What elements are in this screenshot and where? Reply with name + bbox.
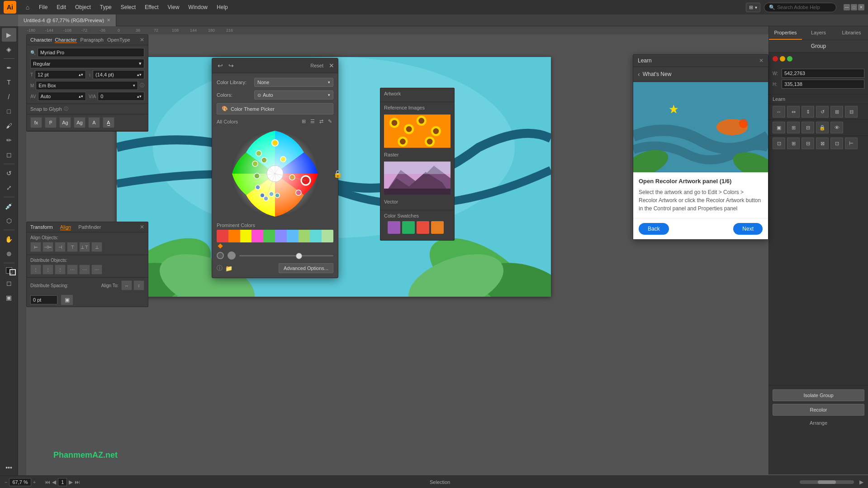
dist-center-v[interactable]: ⋯	[79, 265, 90, 275]
color-seg-8[interactable]	[310, 230, 322, 242]
ungroup-icon[interactable]: ⊟	[802, 122, 814, 133]
learn-nav-back-arrow[interactable]: ‹	[638, 71, 640, 78]
tab-paragraph[interactable]: Paragraph	[81, 37, 104, 43]
glyph-btn-6[interactable]: A̲	[103, 117, 114, 128]
font-name-input[interactable]: Myriad Pro	[38, 48, 144, 57]
zoom-tool[interactable]: ⊕	[2, 247, 16, 261]
group-icon[interactable]: ⊞	[787, 122, 800, 133]
transform-icon[interactable]: ⊞	[830, 106, 843, 118]
menu-type[interactable]: Type	[96, 2, 115, 12]
glyph-btn-5[interactable]: A	[88, 117, 100, 128]
home-icon[interactable]: ⌂	[22, 1, 33, 13]
align-right[interactable]: ⊣	[55, 242, 66, 252]
last-page-icon[interactable]: ⏭	[75, 479, 80, 485]
h-scrollbar[interactable]	[800, 480, 854, 484]
menu-effect[interactable]: Effect	[141, 2, 162, 12]
dist-bottom[interactable]: ⋯	[91, 265, 102, 275]
color-seg-6[interactable]	[287, 230, 299, 242]
slider-circle-btn-2[interactable]	[228, 251, 236, 260]
color-seg-7[interactable]	[299, 230, 310, 242]
tracking-input[interactable]: 0▴▾	[98, 92, 144, 101]
glyph-btn-1[interactable]: fx	[30, 117, 42, 128]
font-style-input[interactable]: Regular▾	[30, 59, 144, 68]
tab-properties[interactable]: Properties	[769, 26, 802, 40]
stroke-swatch[interactable]	[9, 269, 16, 275]
dist-right[interactable]: ⋮	[55, 265, 66, 275]
font-size-input[interactable]: 12 pt▴▾	[35, 70, 86, 79]
eyedropper-tool[interactable]: 💉	[2, 199, 16, 213]
more-tools[interactable]: •••	[2, 461, 16, 474]
learn-next-button[interactable]: Next	[733, 223, 763, 235]
tab-layers[interactable]: Layers	[802, 26, 835, 40]
tab-character[interactable]: Character	[55, 37, 76, 43]
line-tool[interactable]: /	[2, 90, 16, 104]
slider-circle-btn[interactable]	[217, 252, 224, 259]
align-tab[interactable]: Align	[60, 224, 71, 230]
close-button[interactable]: ✕	[858, 4, 864, 10]
redo-button[interactable]: ↪	[227, 61, 236, 70]
direct-selection-tool[interactable]: ◈	[2, 43, 16, 56]
advanced-options-button[interactable]: Advanced Options...	[279, 263, 333, 273]
dist-left[interactable]: ⋮	[30, 265, 41, 275]
width-field[interactable]: 542,2763	[782, 69, 864, 78]
screen-mode[interactable]: ▣	[2, 291, 16, 304]
color-seg-5[interactable]	[275, 230, 287, 242]
menu-object[interactable]: Object	[71, 2, 95, 12]
color-seg-9[interactable]	[322, 230, 333, 242]
prominent-colors-strip[interactable]	[217, 230, 333, 242]
prev-page-icon[interactable]: ◀	[52, 479, 56, 485]
distribute-icon[interactable]: ⊟	[845, 106, 858, 118]
type-tool[interactable]: T	[2, 76, 16, 89]
doc-tab-close[interactable]: ✕	[107, 18, 110, 23]
tab-opentype[interactable]: OpenType	[107, 37, 130, 43]
em-box-info[interactable]: ⓘ	[140, 82, 144, 89]
isolate-group-button[interactable]: Isolate Group	[773, 389, 864, 401]
extra-icon-1[interactable]: ⊡	[773, 137, 785, 149]
swatch-green[interactable]	[402, 221, 415, 234]
rotate-90-icon[interactable]: ↺	[816, 106, 829, 118]
learn-back-button[interactable]: Back	[639, 223, 669, 235]
pencil-tool[interactable]: ✏	[2, 133, 16, 147]
extra-icon-5[interactable]: ⊡	[830, 137, 843, 149]
expand-icon[interactable]: ▣	[773, 122, 785, 133]
rect-tool[interactable]: □	[2, 104, 16, 118]
page-number[interactable]: 1	[58, 478, 67, 486]
minimize-button[interactable]: —	[844, 4, 850, 10]
spacing-input[interactable]: 0 pt	[30, 295, 57, 304]
lock-obj-icon[interactable]: 🔒	[816, 122, 829, 133]
swatch-red[interactable]	[417, 221, 429, 234]
colors-dropdown[interactable]: ⊙ Auto ▾	[254, 90, 333, 99]
arrange-icon[interactable]: ↔	[773, 106, 785, 118]
extra-icon-3[interactable]: ⊟	[802, 137, 814, 149]
color-seg-2[interactable]	[240, 230, 252, 242]
pathfinder-tab[interactable]: Pathfinder	[78, 224, 101, 230]
glyph-btn-2[interactable]: f²	[45, 117, 57, 128]
flip-h-icon[interactable]: ⇔	[787, 106, 800, 118]
height-field[interactable]: 335,138	[782, 80, 864, 89]
align-left[interactable]: ⊢	[30, 242, 41, 252]
menu-help[interactable]: Help	[213, 2, 232, 12]
gradient-tool[interactable]: ⬡	[2, 214, 16, 227]
edit-icon[interactable]: ✎	[327, 118, 333, 125]
tab-libraries[interactable]: Libraries	[835, 26, 868, 40]
align-center-h[interactable]: ⊣⊢	[43, 242, 53, 252]
hide-icon[interactable]: 👁	[830, 122, 843, 133]
zoom-in-icon[interactable]: +	[33, 479, 36, 485]
search-box[interactable]: 🔍 Search Adobe Help	[764, 3, 836, 12]
swatch-purple[interactable]	[388, 221, 400, 234]
learn-label[interactable]: Learn	[773, 96, 785, 102]
zoom-out-icon[interactable]: −	[5, 479, 7, 485]
slider-thumb[interactable]	[296, 253, 302, 259]
color-wheel-container[interactable]: 🔒	[217, 128, 333, 219]
leading-input[interactable]: (14,4 pt)▴▾	[93, 70, 144, 79]
h-scrollbar-thumb[interactable]	[818, 480, 836, 484]
menu-window[interactable]: Window	[185, 2, 211, 12]
spacing-align-btn[interactable]: ▣	[61, 295, 73, 305]
rotate-tool[interactable]: ↺	[2, 166, 16, 180]
grid-view-icon[interactable]: ⊞	[300, 118, 307, 125]
next-page-icon[interactable]: ▶	[69, 479, 73, 485]
dist-center-h[interactable]: ⋮	[43, 265, 53, 275]
swatch-orange[interactable]	[431, 221, 444, 234]
scale-tool[interactable]: ⤢	[2, 181, 16, 194]
list-view-icon[interactable]: ☰	[309, 118, 316, 125]
